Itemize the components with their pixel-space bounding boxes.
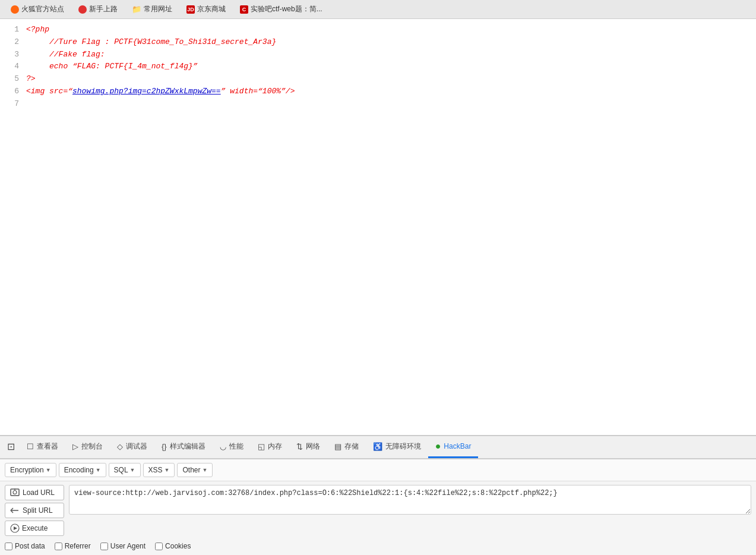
user-agent-checkbox[interactable] <box>100 543 108 550</box>
inspector-icon: ☐ <box>27 442 34 451</box>
devtools-tabbar: ⊡ ☐ 查看器 ▷ 控制台 ◇ 调试器 {} 样式编辑器 ◡ 性能 ◱ 内存 ⇅… <box>0 435 756 459</box>
other-dropdown[interactable]: Other ▼ <box>177 463 213 477</box>
cookies-checkbox[interactable] <box>155 543 163 550</box>
post-data-checkbox[interactable] <box>5 543 12 550</box>
line-num-7: 7 <box>5 98 19 111</box>
hackbar-checkboxes: Post data Referrer User Agent Cookies <box>0 540 756 555</box>
line-content-3: //Fake flag: <box>26 49 105 61</box>
hackbar-toolbar: Encryption ▼ Encoding ▼ SQL ▼ XSS ▼ Othe… <box>0 459 756 481</box>
tab-storage[interactable]: ▤ 存储 <box>327 436 366 458</box>
encryption-arrow-icon: ▼ <box>46 467 51 473</box>
referrer-checkbox[interactable] <box>55 543 62 550</box>
memory-icon: ◱ <box>258 442 265 451</box>
ctf-icon: C <box>240 5 248 14</box>
sql-dropdown[interactable]: SQL ▼ <box>109 463 141 477</box>
line-num-5: 5 <box>5 73 19 86</box>
line-content-2: //Ture Flag : PCTF{W31come_To_Shi31d_sec… <box>26 36 276 49</box>
code-line-1: 1 <?php <box>5 24 751 36</box>
cookies-checkbox-label[interactable]: Cookies <box>155 542 191 550</box>
code-line-4: 4 echo “FLAG: PCTF{I_4m_not_fl4g}” <box>5 61 751 73</box>
user-agent-checkbox-label[interactable]: User Agent <box>100 542 145 550</box>
code-line-7: 7 <box>5 98 751 111</box>
load-url-button[interactable]: Load URL <box>5 485 64 500</box>
encoding-label: Encoding <box>64 466 94 474</box>
hackbar-label: HackBar <box>444 442 471 450</box>
style-editor-icon: {} <box>162 442 167 451</box>
tab-performance[interactable]: ◡ 性能 <box>213 436 251 458</box>
tab-label: 实验吧ctf-web题：简... <box>251 4 322 14</box>
tab-style-editor[interactable]: {} 样式编辑器 <box>154 436 213 458</box>
line-num-4: 4 <box>5 61 19 73</box>
inspect-icon: ⊡ <box>7 441 15 452</box>
tab-common-links[interactable]: 📁 常用网址 <box>126 2 178 17</box>
encryption-dropdown[interactable]: Encryption ▼ <box>5 463 56 477</box>
tab-label: 常用网址 <box>144 4 172 14</box>
line-num-3: 3 <box>5 49 19 61</box>
tab-accessibility[interactable]: ♿ 无障碍环境 <box>366 436 428 458</box>
hackbar-main: Load URL Split URL Execute view-source:h… <box>0 481 756 540</box>
code-area: 1 <?php 2 //Ture Flag : PCTF{W31come_To_… <box>0 21 756 113</box>
network-label: 网络 <box>306 442 320 452</box>
console-icon: ▷ <box>72 442 78 451</box>
tab-memory[interactable]: ◱ 内存 <box>251 436 289 458</box>
url-input-area: view-source:http://web.jarvisoj.com:3276… <box>69 485 751 515</box>
tab-hackbar[interactable]: ● HackBar <box>428 436 479 458</box>
svg-point-1 <box>13 491 17 494</box>
line-num-6: 6 <box>5 86 19 98</box>
load-url-label: Load URL <box>23 488 55 497</box>
hackbar-panel: Encryption ▼ Encoding ▼ SQL ▼ XSS ▼ Othe… <box>0 459 756 555</box>
line-num-1: 1 <box>5 24 19 36</box>
encryption-label: Encryption <box>10 466 44 474</box>
newbie-icon <box>78 5 87 14</box>
hackbar-dot-icon: ● <box>435 441 441 452</box>
user-agent-label: User Agent <box>110 542 145 550</box>
execute-button[interactable]: Execute <box>5 521 64 536</box>
execute-label: Execute <box>22 524 48 532</box>
code-line-5: 5 ?> <box>5 73 751 86</box>
accessibility-icon: ♿ <box>373 442 382 451</box>
split-url-icon <box>10 506 20 515</box>
post-data-checkbox-label[interactable]: Post data <box>5 542 45 550</box>
tab-network[interactable]: ⇅ 网络 <box>289 436 327 458</box>
storage-label: 存储 <box>344 442 359 452</box>
performance-icon: ◡ <box>220 442 226 451</box>
code-line-3: 3 //Fake flag: <box>5 49 751 61</box>
tab-debugger[interactable]: ◇ 调试器 <box>110 436 154 458</box>
inspector-label: 查看器 <box>37 442 58 452</box>
split-url-button[interactable]: Split URL <box>5 503 64 518</box>
tab-console[interactable]: ▷ 控制台 <box>65 436 110 458</box>
sql-label: SQL <box>114 466 128 474</box>
folder-icon: 📁 <box>132 5 141 14</box>
code-line-6: 6 <img src=“showimg.php?img=c2hpZWxkLmpw… <box>5 86 751 98</box>
line-content-5: ?> <box>26 73 36 86</box>
jd-icon: JD <box>186 5 195 14</box>
execute-icon <box>10 524 20 533</box>
code-view: 1 <?php 2 //Ture Flag : PCTF{W31come_To_… <box>0 19 756 435</box>
tab-newbie[interactable]: 新手上路 <box>72 2 124 17</box>
style-editor-label: 样式编辑器 <box>170 442 205 452</box>
svg-marker-7 <box>14 526 17 530</box>
tab-label: 京东商城 <box>197 4 226 14</box>
memory-label: 内存 <box>268 442 282 452</box>
other-label: Other <box>182 466 200 474</box>
tab-jd[interactable]: JD 京东商城 <box>181 2 232 17</box>
devtools-inspect-icon-btn[interactable]: ⊡ <box>2 436 20 458</box>
tab-label: 火狐官方站点 <box>21 4 64 14</box>
cookies-label: Cookies <box>165 542 191 550</box>
referrer-checkbox-label[interactable]: Referrer <box>55 542 91 550</box>
browser-tabbar: 火狐官方站点 新手上路 📁 常用网址 JD 京东商城 C 实验吧ctf-web题… <box>0 0 756 19</box>
sql-arrow-icon: ▼ <box>130 467 135 473</box>
code-line-2: 2 //Ture Flag : PCTF{W31come_To_Shi31d_s… <box>5 36 751 49</box>
img-src-link[interactable]: showimg.php?img=c2hpZWxkLmpwZw== <box>72 87 221 96</box>
tab-firefox[interactable]: 火狐官方站点 <box>5 2 70 17</box>
url-input[interactable]: view-source:http://web.jarvisoj.com:3276… <box>69 485 751 515</box>
hackbar-action-buttons: Load URL Split URL Execute <box>5 485 64 536</box>
encoding-dropdown[interactable]: Encoding ▼ <box>59 463 106 477</box>
encoding-arrow-icon: ▼ <box>96 467 101 473</box>
xss-dropdown[interactable]: XSS ▼ <box>143 463 175 477</box>
tab-ctf[interactable]: C 实验吧ctf-web题：简... <box>234 2 328 17</box>
referrer-label: Referrer <box>65 542 91 550</box>
tab-inspector[interactable]: ☐ 查看器 <box>20 436 65 458</box>
load-url-icon <box>10 488 20 497</box>
network-icon: ⇅ <box>296 442 303 451</box>
